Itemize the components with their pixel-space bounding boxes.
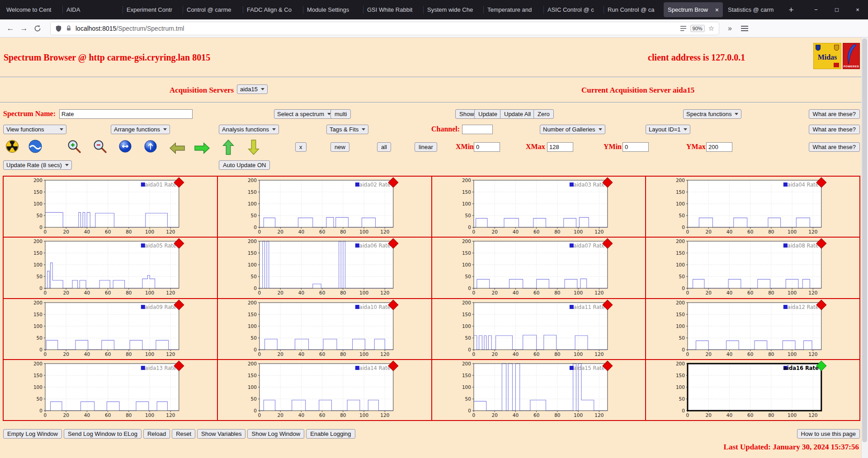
linear-button[interactable]: linear	[415, 142, 437, 152]
footer-send-log-window-to-elog-button[interactable]: Send Log Window to ELog	[64, 429, 142, 439]
footer-show-log-window-button[interactable]: Show Log Window	[247, 429, 304, 439]
spectrum-chart-aida03[interactable]: 020406080100120050100150200aida03 Rate	[432, 177, 646, 237]
spectrum-chart-aida13[interactable]: 020406080100120050100150200aida13 Rate	[4, 360, 217, 420]
spectrum-chart-aida11[interactable]: 020406080100120050100150200aida11 Rate	[432, 299, 646, 359]
multi-button[interactable]: multi	[330, 109, 351, 119]
spectrum-chart-aida14[interactable]: 020406080100120050100150200aida14 Rate	[218, 360, 431, 420]
browser-tab-spectrum-brow[interactable]: Spectrum Brow×	[664, 2, 723, 17]
reader-view-icon[interactable]	[680, 25, 687, 32]
shield-icon[interactable]	[55, 25, 62, 32]
update-rate-dropdown[interactable]: Update Rate (8 secs)	[3, 160, 72, 170]
tags-fits-dropdown[interactable]: Tags & Fits	[326, 125, 368, 134]
zoom-indicator[interactable]: 90%	[690, 25, 705, 32]
browser-tab-module-settings[interactable]: Module Settings	[303, 2, 362, 17]
spectrum-chart-aida01[interactable]: 020406080100120050100150200aida01 Rate	[4, 177, 217, 237]
what-are-these-button-3[interactable]: What are these?	[809, 142, 860, 152]
new-tab-button[interactable]: +	[784, 3, 798, 17]
browser-tab-aida[interactable]: AIDA	[62, 2, 122, 17]
auto-update-button[interactable]: Auto Update ON	[219, 160, 270, 170]
svg-text:0: 0	[468, 407, 471, 413]
update-all-button[interactable]: Update All	[500, 109, 535, 119]
footer-reset-button[interactable]: Reset	[172, 429, 195, 439]
radiation-icon[interactable]	[5, 140, 19, 155]
analysis-functions-dropdown[interactable]: Analysis functions	[219, 125, 279, 134]
layout-id-dropdown[interactable]: Layout ID=1	[646, 125, 690, 134]
x-button[interactable]: x	[295, 142, 307, 152]
browser-tab-fadc-align-co[interactable]: FADC Align & Co	[243, 2, 302, 17]
tcl-powered-logo[interactable]: POWERED	[843, 43, 860, 69]
lock-icon[interactable]	[66, 25, 72, 32]
svg-text:60: 60	[747, 290, 753, 295]
svg-text:200: 200	[462, 360, 471, 366]
spectrum-chart-aida06[interactable]: 020406080100120050100150200aida06 Rate	[218, 238, 431, 298]
midas-logo[interactable]: Midas	[813, 43, 841, 69]
what-are-these-button-2[interactable]: What are these?	[809, 125, 860, 134]
spectrum-chart-aida10[interactable]: 020406080100120050100150200aida10 Rate	[218, 299, 431, 359]
browser-tab-welcome-to-cent[interactable]: Welcome to Cent	[2, 2, 61, 17]
reload-button[interactable]	[31, 22, 44, 35]
footer-empty-log-window-button[interactable]: Empty Log Window	[3, 429, 62, 439]
spectrum-chart-aida08[interactable]: 020406080100120050100150200aida08 Rate	[646, 238, 859, 298]
maximize-button[interactable]: □	[826, 0, 847, 19]
zoom-in-icon[interactable]	[67, 139, 81, 155]
close-button[interactable]: ×	[847, 0, 868, 19]
sphere-up-icon[interactable]	[144, 140, 157, 155]
ymax-input[interactable]	[706, 142, 732, 152]
back-button[interactable]: ←	[4, 22, 17, 35]
arrow-up-icon[interactable]	[222, 140, 234, 157]
tab-close-icon[interactable]: ×	[715, 6, 719, 14]
how-to-use-button[interactable]: How to use this page	[797, 429, 860, 439]
arrow-down-icon[interactable]	[248, 140, 259, 157]
bookmark-star-icon[interactable]: ☆	[708, 24, 714, 33]
overflow-chevron-icon[interactable]: »	[728, 24, 732, 33]
svg-text:40: 40	[84, 290, 90, 295]
spectrum-chart-aida04[interactable]: 020406080100120050100150200aida04 Rate	[646, 177, 859, 237]
arrange-functions-dropdown[interactable]: Arrange functions	[111, 125, 170, 134]
spectrum-chart-aida07[interactable]: 020406080100120050100150200aida07 Rate	[432, 238, 646, 298]
forward-button[interactable]: →	[17, 22, 31, 35]
new-button[interactable]: new	[330, 142, 349, 152]
select-spectrum-dropdown[interactable]: Select a spectrum	[274, 109, 334, 119]
zoom-out-icon[interactable]	[93, 139, 107, 155]
browser-tab-gsi-white-rabbit[interactable]: GSI White Rabbit	[363, 2, 422, 17]
spectrum-chart-aida05[interactable]: 020406080100120050100150200aida05 Rate	[4, 238, 217, 298]
browser-tab-run-control-ca[interactable]: Run Control @ ca	[604, 2, 663, 17]
ymin-input[interactable]	[623, 142, 649, 152]
spectrum-chart-aida16[interactable]: 020406080100120050100150200aida16 Rate	[646, 360, 859, 420]
arrow-left-icon[interactable]	[170, 142, 185, 156]
sphere-horizontal-icon[interactable]	[118, 140, 132, 155]
xmin-input[interactable]	[474, 142, 500, 152]
browser-tab-control-carme[interactable]: Control @ carme	[183, 2, 242, 17]
spectrum-chart-aida09[interactable]: 020406080100120050100150200aida09 Rate	[4, 299, 217, 359]
browser-tab-asic-control-c[interactable]: ASIC Control @ c	[543, 2, 603, 17]
browser-tab-temperature-and[interactable]: Temperature and	[483, 2, 542, 17]
all-button[interactable]: all	[377, 142, 391, 152]
number-of-galleries-dropdown[interactable]: Number of Galleries	[540, 125, 605, 134]
scrollbar-thumb[interactable]	[862, 38, 867, 442]
wave-icon[interactable]	[28, 139, 42, 155]
channel-input[interactable]	[462, 125, 493, 134]
zero-button[interactable]: Zero	[533, 109, 554, 119]
what-are-these-button-1[interactable]: What are these?	[809, 109, 860, 119]
update-button[interactable]: Update	[474, 109, 501, 119]
spectrum-name-input[interactable]	[59, 109, 193, 119]
spectrum-chart-aida02[interactable]: 020406080100120050100150200aida02 Rate	[218, 177, 431, 237]
minimize-button[interactable]: −	[806, 0, 826, 19]
divider	[0, 102, 868, 103]
url-bar[interactable]: localhost:8015/Spectrum/Spectrum.tml 90%…	[51, 22, 719, 35]
browser-tab-experiment-contr[interactable]: Experiment Contr	[123, 2, 182, 17]
browser-tab-system-wide-che[interactable]: System wide Che	[423, 2, 482, 17]
menu-icon[interactable]	[741, 25, 748, 32]
view-functions-dropdown[interactable]: View functions	[3, 125, 66, 134]
spectra-functions-dropdown[interactable]: Spectra functions	[683, 109, 741, 119]
arrow-right-icon[interactable]	[194, 142, 210, 156]
footer-enable-logging-button[interactable]: Enable Logging	[306, 429, 355, 439]
acquisition-server-select[interactable]: aida15	[237, 84, 268, 94]
browser-tab-statistics-carm[interactable]: Statistics @ carm	[724, 2, 783, 17]
scrollbar[interactable]	[861, 37, 868, 458]
footer-reload-button[interactable]: Reload	[143, 429, 170, 439]
spectrum-chart-aida15[interactable]: 020406080100120050100150200aida15 Rate	[432, 360, 646, 420]
spectrum-chart-aida12[interactable]: 020406080100120050100150200aida12 Rate	[646, 299, 859, 359]
footer-show-variables-button[interactable]: Show Variables	[197, 429, 245, 439]
xmax-input[interactable]	[547, 142, 573, 152]
